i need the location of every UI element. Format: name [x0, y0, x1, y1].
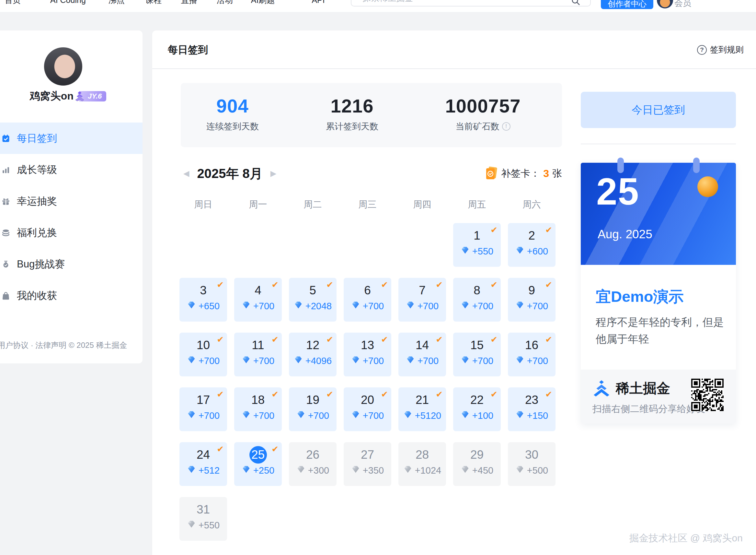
calendar-check-icon [1, 134, 10, 143]
ore-icon [242, 465, 251, 476]
makeup-card-label: 补签卡： [501, 167, 540, 180]
signed-today-button[interactable]: 今日已签到 [581, 92, 736, 128]
sidebar-item-我的收获[interactable]: 我的收获 [0, 280, 143, 311]
checked-icon: ✔ [217, 280, 224, 290]
day-number: 26 [289, 446, 336, 464]
bag-icon [1, 291, 10, 300]
ore-icon [242, 355, 251, 367]
ore-icon [296, 410, 305, 421]
calendar-day-17[interactable]: ✔17+700 [180, 387, 227, 431]
checkin-rules-link[interactable]: ? 签到规则 [697, 31, 744, 69]
calendar-day-19[interactable]: ✔19+700 [289, 387, 336, 431]
makeup-card-icon [485, 166, 498, 180]
search-input[interactable]: 探索稀土掘金 [351, 0, 591, 6]
calendar-day-23[interactable]: ✔23+150 [508, 387, 556, 431]
share-qr-code [691, 379, 724, 411]
checked-icon: ✔ [490, 335, 498, 345]
sidebar-item-Bug挑战赛[interactable]: Bug挑战赛 [0, 248, 143, 280]
checked-icon: ✔ [436, 335, 443, 345]
nav-item-8[interactable]: API [312, 0, 325, 5]
nav-item-7[interactable]: AI刷题 [251, 0, 275, 5]
calendar-day-5[interactable]: ✔5+2048 [289, 278, 336, 322]
member-link[interactable]: 会员 [674, 0, 691, 9]
sidebar-item-每日签到[interactable]: 每日签到 [0, 123, 143, 154]
calendar-day-1[interactable]: ✔1+550 [453, 223, 501, 267]
prev-month-icon[interactable]: ◀ [183, 169, 189, 178]
calendar-day-28[interactable]: 28+1024 [398, 442, 446, 486]
ore-icon [461, 301, 470, 312]
calendar-day-4[interactable]: ✔4+700 [234, 278, 282, 322]
makeup-card-counter[interactable]: 补签卡： 3 张 [485, 162, 562, 185]
day-reward: +700 [508, 355, 556, 367]
calendar-day-20[interactable]: ✔20+700 [344, 387, 391, 431]
calendar-day-13[interactable]: ✔13+700 [344, 333, 391, 376]
checked-icon: ✔ [436, 389, 443, 399]
calendar-day-26[interactable]: 26+300 [289, 442, 336, 486]
checked-icon: ✔ [381, 389, 388, 399]
calendar-day-6[interactable]: ✔6+700 [344, 278, 391, 322]
day-reward: +600 [508, 246, 556, 257]
calendar-day-21[interactable]: ✔21+5120 [398, 387, 446, 431]
checkin-rules-label: 签到规则 [710, 44, 744, 55]
poster-month: Aug. 2025 [598, 227, 652, 241]
calendar-day-11[interactable]: ✔11+700 [234, 333, 282, 376]
nav-item-3[interactable]: 沸点 [108, 0, 125, 5]
sidebar-item-成长等级[interactable]: 成长等级 [0, 154, 143, 185]
username: 鸡窝头on [30, 89, 74, 103]
sidebar-footer-links[interactable]: 用户协议 · 法律声明 © 2025 稀土掘金 [0, 340, 127, 350]
calendar-day-15[interactable]: ✔15+700 [453, 333, 501, 376]
calendar-day-8[interactable]: ✔8+700 [453, 278, 501, 322]
day-reward: +700 [289, 410, 336, 421]
calendar-day-2[interactable]: ✔2+600 [508, 223, 556, 267]
calendar-day-27[interactable]: 27+350 [344, 442, 391, 486]
medal-icon [1, 260, 10, 269]
calendar-day-10[interactable]: ✔10+700 [180, 333, 227, 376]
calendar-day-16[interactable]: ✔16+700 [508, 333, 556, 376]
calendar-day-9[interactable]: ✔9+700 [508, 278, 556, 322]
ore-icon [515, 355, 524, 367]
day-reward: +450 [453, 465, 501, 476]
calendar-day-31[interactable]: 31+550 [180, 497, 227, 541]
checked-icon: ✔ [326, 389, 333, 399]
calendar-day-7[interactable]: ✔7+700 [398, 278, 446, 322]
ore-icon [294, 355, 303, 367]
date-poster-card: 25 Aug. 2025 宜Demo演示 程序不是年轻的专利，但是他属于年轻 稀… [581, 163, 736, 424]
checked-icon: ✔ [217, 389, 224, 399]
nav-item-5[interactable]: 直播 [181, 0, 197, 5]
search-icon[interactable] [571, 0, 580, 6]
creator-center-button[interactable]: 创作者中心 [601, 0, 653, 9]
day-number: 27 [344, 446, 391, 464]
nav-item-2[interactable]: AI Coding [50, 0, 86, 5]
weekday-header: 周一 [234, 198, 282, 211]
day-number: 28 [398, 446, 446, 464]
user-avatar-nav[interactable] [657, 0, 673, 8]
stat-label: 当前矿石数 [456, 121, 500, 132]
day-reward: +700 [344, 410, 391, 421]
sidebar-item-幸运抽奖[interactable]: 幸运抽奖 [0, 185, 143, 217]
creator-center-label: 创作者中心 [608, 0, 647, 8]
ore-icon [403, 410, 412, 421]
ore-icon [461, 246, 470, 257]
checked-icon: ✔ [217, 444, 224, 454]
stat-label: 连续签到天数 [206, 121, 259, 132]
calendar-day-14[interactable]: ✔14+700 [398, 333, 446, 376]
profile-avatar[interactable] [44, 47, 82, 86]
next-month-icon[interactable]: ▶ [271, 169, 276, 178]
calendar-day-3[interactable]: ✔3+650 [180, 278, 227, 322]
stat-value: 904 [198, 95, 267, 117]
calendar-day-22[interactable]: ✔22+100 [453, 387, 501, 431]
calendar-day-12[interactable]: ✔12+4096 [289, 333, 336, 376]
calendar-day-29[interactable]: 29+450 [453, 442, 501, 486]
nav-item-6[interactable]: 活动 [217, 0, 233, 5]
calendar-day-24[interactable]: ✔24+512 [180, 442, 227, 486]
calendar-day-25[interactable]: ✔25+250 [234, 442, 282, 486]
info-icon[interactable]: ! [502, 122, 511, 131]
calendar-day-30[interactable]: 30+500 [508, 442, 556, 486]
ore-icon [187, 301, 196, 312]
nav-item-4[interactable]: 课程 [145, 0, 161, 5]
calendar-day-18[interactable]: ✔18+700 [234, 387, 282, 431]
nav-item-1[interactable]: 首页 [5, 0, 21, 5]
weekday-header: 周五 [453, 198, 501, 211]
sidebar-item-福利兑换[interactable]: 福利兑换 [0, 217, 143, 248]
ore-icon [187, 520, 196, 531]
